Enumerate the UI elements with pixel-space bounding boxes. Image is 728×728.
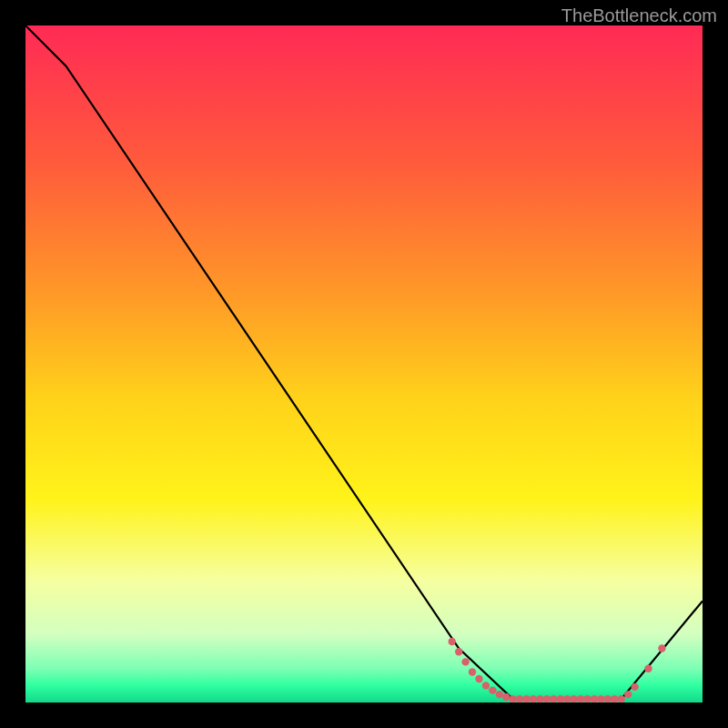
marker-dot	[658, 644, 665, 652]
marker-dot	[624, 691, 632, 698]
marker-dot	[455, 648, 462, 655]
marker-dot	[475, 675, 482, 682]
chart-figure: TheBottleneck.com	[0, 0, 728, 728]
marker-dot	[469, 668, 476, 675]
marker-dot	[482, 682, 490, 689]
marker-dot	[644, 665, 652, 672]
marker-dot	[489, 686, 496, 693]
marker-dot	[502, 693, 510, 701]
gradient-background	[25, 25, 703, 703]
plot-area	[25, 25, 703, 703]
chart-svg	[25, 25, 703, 703]
marker-dot	[449, 638, 456, 645]
marker-dot	[461, 658, 469, 665]
marker-dot	[631, 683, 638, 691]
marker-dot	[496, 691, 503, 698]
attribution-label: TheBottleneck.com	[561, 5, 717, 26]
